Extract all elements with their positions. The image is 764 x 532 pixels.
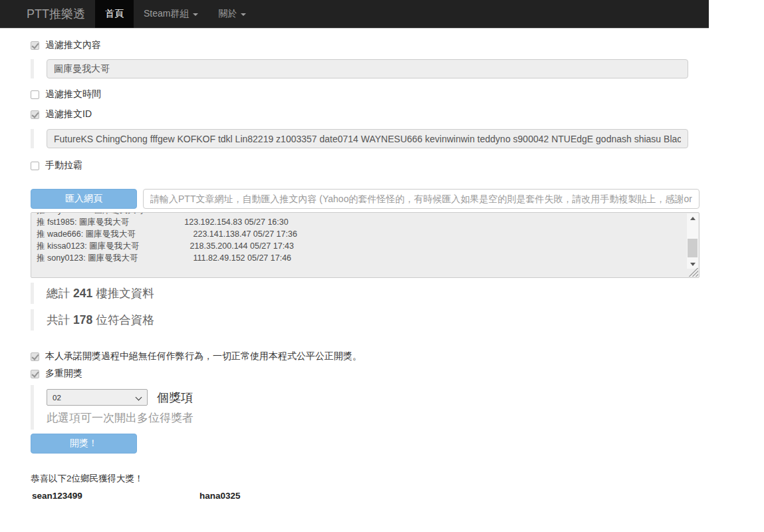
nav-item-home[interactable]: 首頁 — [95, 0, 134, 28]
prize-count-select[interactable]: 02 — [47, 389, 148, 406]
filter-id-label: 過濾推文ID — [45, 108, 92, 120]
chevron-down-icon — [193, 13, 198, 16]
total-qualified-block: 共計178位符合資格 — [31, 309, 700, 331]
scrollbar-thumb[interactable] — [688, 239, 698, 257]
nav-item-about[interactable]: 關於 — [208, 0, 256, 28]
nav-item-steam-group[interactable]: Steam群組 — [134, 0, 208, 28]
filter-id-input[interactable] — [47, 129, 688, 148]
total-floors-count: 241 — [73, 287, 92, 300]
prize-unit-label: 個獎項 — [157, 390, 193, 406]
total-floors-text: 總計241樓推文資料 — [47, 283, 700, 304]
import-page-button[interactable]: 匯入網頁 — [31, 189, 137, 209]
ptt-url-input[interactable] — [143, 189, 700, 209]
total-floors-block: 總計241樓推文資料 — [31, 283, 700, 304]
multi-draw-block: 02 個獎項 此選項可一次開出多位得獎者 — [31, 385, 700, 430]
congrats-message: 恭喜以下2位鄉民獲得大獎！ — [31, 473, 700, 485]
filter-content-checkbox-row[interactable]: 過濾推文內容 — [31, 39, 700, 51]
total-qualified-count: 178 — [73, 313, 92, 327]
chevron-down-icon — [136, 394, 142, 401]
checkbox-checked-icon[interactable] — [31, 370, 39, 378]
checkbox-checked-icon[interactable] — [31, 110, 39, 119]
filter-content-label: 過濾推文內容 — [45, 39, 101, 51]
import-row: 匯入網頁 — [31, 189, 700, 209]
push-data-textarea[interactable]: 推 way951753: 圖庫曼我大哥 42.79.153.139 05/27 … — [31, 212, 700, 278]
resize-grip-icon[interactable] — [689, 268, 698, 277]
push-textarea-text: 推 way951753: 圖庫曼我大哥 42.79.153.139 05/27 … — [37, 213, 684, 264]
checkbox-checked-icon[interactable] — [31, 41, 39, 50]
scroll-down-arrow-icon[interactable] — [687, 259, 698, 269]
checkbox-unchecked-icon[interactable] — [31, 162, 39, 170]
pledge-checkbox-row[interactable]: 本人承諾開獎過程中絕無任何作弊行為，一切正常使用本程式公平公正開獎。 — [31, 350, 700, 362]
scroll-up-arrow-icon[interactable] — [687, 213, 698, 223]
filter-time-checkbox-row[interactable]: 過濾推文時間 — [31, 88, 700, 100]
main-content: 過濾推文內容 過濾推文時間 過濾推文ID 手動拉霸 匯入網頁 推 way9517… — [0, 39, 709, 501]
push-textarea-clip: 推 way951753: 圖庫曼我大哥 42.79.153.139 05/27 … — [37, 213, 684, 276]
filter-content-block — [31, 59, 700, 78]
multi-draw-checkbox-row[interactable]: 多重開獎 — [31, 368, 700, 380]
total-qualified-text: 共計178位符合資格 — [47, 309, 700, 331]
app-brand[interactable]: PTT推樂透 — [17, 0, 95, 28]
checkbox-checked-icon[interactable] — [31, 352, 39, 361]
filter-id-block — [31, 129, 700, 148]
winners-list: sean123499 hana0325 — [32, 491, 700, 501]
scrollbar-track[interactable] — [687, 213, 698, 269]
chevron-down-icon — [241, 13, 246, 16]
nav-item-about-label: 關於 — [218, 8, 237, 20]
prize-count-row: 02 個獎項 — [47, 389, 700, 406]
multi-draw-label: 多重開獎 — [45, 368, 82, 380]
checkbox-unchecked-icon[interactable] — [31, 90, 39, 99]
draw-button[interactable]: 開獎！ — [31, 434, 137, 454]
manual-slot-checkbox-row[interactable]: 手動拉霸 — [31, 160, 700, 172]
winner-name: sean123499 — [32, 491, 199, 501]
nav-item-home-label: 首頁 — [105, 8, 124, 20]
navbar: PTT推樂透 首頁 Steam群組 關於 — [0, 0, 709, 29]
winner-name: hana0325 — [199, 491, 367, 501]
filter-id-checkbox-row[interactable]: 過濾推文ID — [31, 108, 700, 120]
pledge-label: 本人承諾開獎過程中絕無任何作弊行為，一切正常使用本程式公平公正開獎。 — [45, 350, 362, 362]
filter-content-input[interactable] — [47, 59, 688, 78]
prize-count-value: 02 — [53, 394, 61, 402]
filter-time-label: 過濾推文時間 — [45, 88, 101, 100]
multi-draw-hint: 此選項可一次開出多位得獎者 — [47, 410, 700, 426]
manual-slot-label: 手動拉霸 — [45, 160, 82, 172]
nav-item-steam-group-label: Steam群組 — [144, 8, 189, 20]
